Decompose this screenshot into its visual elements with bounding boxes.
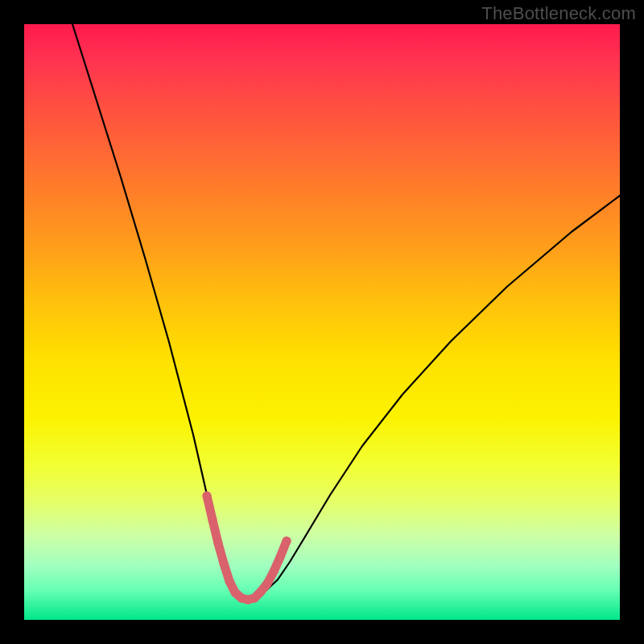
series-dot-valley-highlight	[250, 594, 259, 603]
chart-frame: TheBottleneck.com	[0, 0, 644, 644]
series-dot-valley-highlight	[208, 516, 217, 525]
series-valley-highlight	[207, 496, 287, 600]
series-dot-valley-highlight	[225, 577, 234, 586]
plot-area	[24, 24, 620, 620]
series-dot-valley-highlight	[283, 537, 291, 546]
series-dot-valley-highlight	[203, 492, 212, 501]
series-dot-valley-highlight	[220, 559, 229, 568]
series-bottleneck-curve	[72, 24, 620, 599]
series-dot-valley-highlight	[263, 580, 272, 588]
series-dot-valley-highlight	[214, 539, 223, 548]
series-dot-valley-highlight	[270, 568, 279, 576]
watermark-text: TheBottleneck.com	[481, 3, 636, 24]
series-dot-valley-highlight	[257, 588, 266, 597]
chart-svg	[24, 24, 620, 620]
series-dot-valley-highlight	[276, 553, 285, 562]
